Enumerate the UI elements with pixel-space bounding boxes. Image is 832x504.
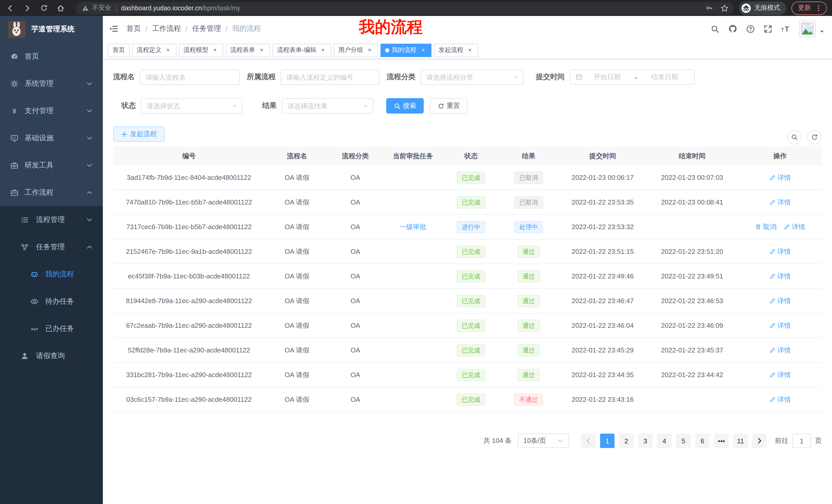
sidebar-toggle-icon[interactable] [109,24,118,33]
status-badge: 已完成 [457,393,486,405]
close-icon[interactable]: × [466,47,474,54]
sidebar-item-支付管理[interactable]: ¥支付管理 [0,97,103,124]
pencil-icon [769,371,776,378]
close-icon[interactable]: × [211,47,218,54]
sidebar-item-研发工具[interactable]: 研发工具 [0,151,103,179]
page-size-select[interactable]: 10条/页 [518,433,569,448]
goto-page-input[interactable] [792,433,811,448]
tab-我的流程[interactable]: 我的流程× [381,44,432,57]
submit-time-range-picker[interactable]: 开始日期 - 结束日期 [570,69,695,85]
close-icon[interactable]: × [319,47,327,54]
action-label: 详情 [778,173,791,182]
back-icon[interactable] [6,4,15,12]
detail-action-link[interactable]: 详情 [769,272,791,281]
bookmark-star-icon[interactable] [721,4,729,12]
create-process-button[interactable]: 发起流程 [113,127,164,142]
detail-action-link[interactable]: 详情 [769,370,791,380]
sidebar-item-首页[interactable]: 首页 [0,43,103,70]
tab-流程表单-编辑[interactable]: 流程表单-编辑× [272,44,331,57]
tab-流程模型[interactable]: 流程模型× [179,44,223,57]
pagination-total: 共 104 条 [483,436,512,445]
close-icon[interactable]: × [420,47,427,54]
tab-流程表单[interactable]: 流程表单× [226,44,270,57]
kebab-menu-icon[interactable] [815,4,822,11]
detail-action-link[interactable]: 详情 [769,345,791,355]
toggle-search-button[interactable] [787,130,802,144]
page-button-6[interactable]: 6 [695,433,710,448]
address-bar[interactable]: 不安全 dashboard.yudao.iocoder.cn/bpm/task/… [76,2,734,14]
user-avatar-menu[interactable] [799,21,825,37]
prev-page-button[interactable] [581,433,595,448]
fullscreen-icon[interactable] [763,24,772,33]
status-select-input[interactable] [141,99,242,113]
browser-update-button[interactable]: 更新 [791,1,827,15]
column-header: 操作 [738,151,822,161]
page-button-5[interactable]: 5 [676,433,691,448]
search-button[interactable]: 搜索 [386,98,424,114]
sidebar-item-已办任务[interactable]: 已办任务 [0,315,103,342]
goto-label: 前往 [775,436,788,445]
page-button-4[interactable]: 4 [657,433,672,448]
sidebar-item-工作流程[interactable]: 工作流程 [0,179,103,206]
pages-ellipsis[interactable]: ••• [714,433,729,448]
reset-button[interactable]: 重置 [430,98,467,114]
process-name-cell: OA 请假 [265,222,329,231]
breadcrumb-item[interactable]: 工作流程 [152,24,181,33]
sidebar-item-待办任务[interactable]: 待办任务 [0,288,103,315]
font-size-icon[interactable]: TT [781,24,791,33]
not-secure-warning-icon[interactable] [82,4,89,11]
parent-process-input[interactable] [281,70,379,84]
url-path[interactable]: /bpm/task/my [202,4,240,11]
sidebar-item-我的流程[interactable]: 我的流程 [0,260,103,288]
breadcrumb-item[interactable]: 任务管理 [192,24,221,33]
sidebar-item-请假查询[interactable]: 请假查询 [0,342,103,369]
app-logo-row[interactable]: 芋道管理系统 [0,16,103,43]
sidebar-item-基础设施[interactable]: 基础设施 [0,124,103,151]
result-select-input[interactable] [282,99,373,113]
page-button-11[interactable]: 11 [733,433,748,448]
close-icon[interactable]: × [366,47,373,54]
tab-首页[interactable]: 首页 [108,44,130,57]
url-host[interactable]: dashboard.yudao.iocoder.cn [121,4,202,11]
help-question-icon[interactable] [746,24,755,33]
next-page-button[interactable] [752,433,767,448]
current-task-cell[interactable]: 一级审批 [382,222,444,231]
result-badge: 通过 [517,245,540,258]
refresh-table-button[interactable] [807,130,822,144]
sidebar-item-label: 研发工具 [25,161,53,170]
sidebar-item-系统管理[interactable]: 系统管理 [0,70,103,97]
sidebar-item-流程管理[interactable]: 流程管理 [0,206,103,233]
detail-action-link[interactable]: 详情 [769,247,791,256]
tab-label: 流程模型 [184,46,208,54]
search-icon[interactable] [711,24,719,33]
status-badge: 已完成 [457,344,486,356]
sidebar-item-任务管理[interactable]: 任务管理 [0,233,103,260]
tab-流程定义[interactable]: 流程定义× [132,44,176,57]
close-icon[interactable]: × [164,47,172,54]
page-button-1[interactable]: 1 [600,433,615,448]
security-label[interactable]: 不安全 [92,4,111,12]
table-row: 2152467e-7b9b-11ec-9a1b-acde48001122OA 请… [113,240,822,264]
result-label: 结果 [262,101,277,110]
password-key-icon[interactable] [705,4,713,12]
forward-icon[interactable] [23,4,31,12]
detail-action-link[interactable]: 详情 [769,395,791,404]
category-select-input[interactable] [421,70,523,84]
detail-action-link[interactable]: 详情 [784,222,805,231]
detail-action-link[interactable]: 详情 [769,173,791,182]
breadcrumb-item[interactable]: 首页 [127,24,141,33]
detail-action-link[interactable]: 详情 [769,321,791,330]
process-name-input[interactable] [140,70,239,84]
github-icon[interactable] [728,24,737,33]
page-button-2[interactable]: 2 [619,433,633,448]
tab-用户分组[interactable]: 用户分组× [334,44,378,57]
cancel-action-link[interactable]: 取消 [755,222,777,231]
table-header: 编号流程名流程分类当前审批任务状态结果提交时间结束时间操作 [113,146,822,165]
detail-action-link[interactable]: 详情 [769,296,791,305]
home-icon[interactable] [57,4,65,12]
detail-action-link[interactable]: 详情 [769,198,791,207]
tab-发起流程[interactable]: 发起流程× [434,44,478,57]
page-button-3[interactable]: 3 [638,433,653,448]
close-icon[interactable]: × [258,47,265,54]
reload-icon[interactable] [40,4,48,12]
